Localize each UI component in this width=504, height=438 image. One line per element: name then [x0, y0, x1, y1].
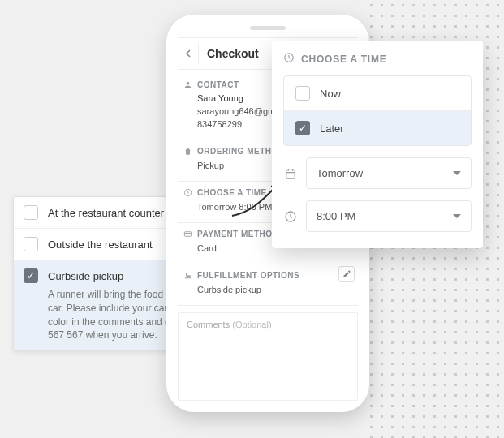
pickup-icon	[183, 271, 192, 281]
time-option-label: Later	[320, 122, 344, 135]
time-option-later[interactable]: ✓ Later	[284, 111, 471, 145]
date-select[interactable]: Tomorrow	[306, 157, 472, 189]
fulfillment-option-label: Curbside pickup	[48, 270, 123, 282]
comments-input[interactable]: Comments (Optional)	[178, 312, 358, 401]
checkbox-icon	[24, 205, 38, 220]
chevron-left-icon	[184, 49, 192, 58]
popover-title: CHOOSE A TIME	[301, 54, 387, 65]
comments-hint: (Optional)	[232, 320, 271, 329]
person-icon	[183, 79, 192, 89]
svg-rect-4	[286, 170, 295, 178]
time-select-value: 8:00 PM	[317, 210, 355, 222]
checkbox-icon	[24, 237, 38, 251]
comments-label: Comments	[187, 320, 230, 329]
clock-icon	[183, 188, 192, 198]
card-icon	[183, 230, 192, 239]
checkbox-icon: ✓	[24, 268, 38, 283]
edit-fulfillment-button[interactable]	[338, 266, 355, 282]
checkbox-icon	[295, 86, 310, 101]
phone-speaker	[250, 26, 286, 30]
checkbox-icon: ✓	[295, 121, 310, 135]
calendar-icon	[283, 167, 298, 180]
clock-icon	[283, 210, 298, 223]
page-title: Checkout	[207, 47, 259, 60]
date-select-value: Tomorrow	[317, 167, 363, 179]
time-mode-list: Now ✓ Later	[283, 75, 472, 146]
fulfillment-options-value: Curbside pickup	[183, 281, 353, 298]
section-heading: CONTACT	[197, 80, 239, 89]
choose-time-popover: CHOOSE A TIME Now ✓ Later Tomorrow 8:00 …	[272, 41, 483, 248]
time-option-label: Now	[320, 88, 341, 100]
fulfillment-option-label: At the restaurant counter	[48, 207, 164, 219]
clock-icon	[283, 52, 295, 66]
svg-rect-2	[184, 233, 191, 234]
chevron-down-icon	[453, 171, 461, 175]
section-heading: CHOOSE A TIME	[197, 188, 267, 197]
time-select[interactable]: 8:00 PM	[306, 200, 472, 232]
pencil-icon	[342, 269, 351, 278]
section-heading: PAYMENT METHOD	[197, 230, 278, 238]
section-heading: FULFILLMENT OPTIONS	[197, 271, 299, 280]
time-option-now[interactable]: Now	[284, 76, 471, 111]
fulfillment-option-label: Outside the restaurant	[48, 238, 153, 251]
back-button[interactable]	[178, 43, 199, 64]
chevron-down-icon	[453, 214, 461, 218]
bag-icon	[183, 147, 192, 157]
fulfillment-options-section: FULFILLMENT OPTIONS Curbside pickup	[178, 264, 358, 306]
